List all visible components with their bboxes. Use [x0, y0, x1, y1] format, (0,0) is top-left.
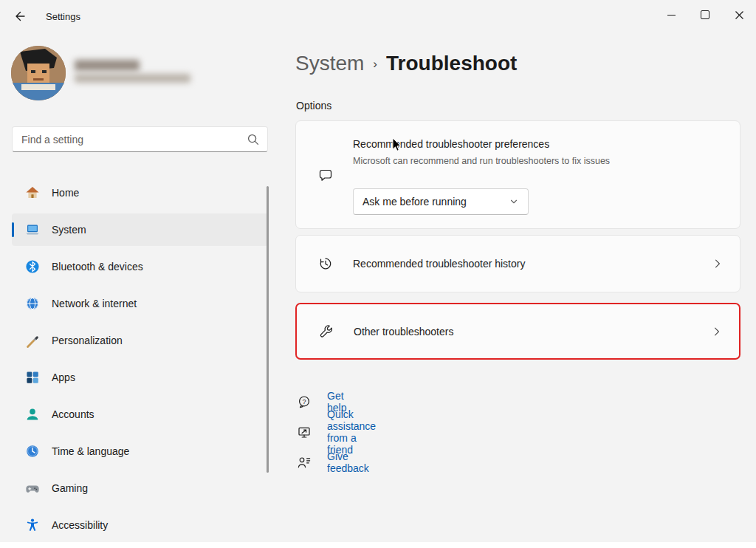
- give-feedback-icon: [297, 455, 312, 470]
- chevron-right-icon: [711, 326, 723, 338]
- personalization-icon: [25, 333, 40, 348]
- speech-bubble-icon: [318, 168, 333, 182]
- sidebar-item-label: Network & internet: [52, 298, 137, 309]
- profile-name-redacted: [75, 60, 140, 71]
- sidebar-item-label: Accounts: [52, 408, 94, 420]
- accounts-icon: [25, 407, 40, 422]
- back-button[interactable]: [7, 4, 32, 28]
- wrench-icon: [319, 324, 334, 339]
- troubleshooter-preference-dropdown[interactable]: Ask me before running: [353, 188, 529, 215]
- close-button[interactable]: [722, 0, 756, 30]
- sidebar-item-apps[interactable]: Apps: [12, 361, 269, 394]
- profile-email-redacted: [75, 74, 190, 83]
- sidebar-item-label: Time & language: [52, 445, 129, 457]
- history-icon: [318, 256, 333, 271]
- sidebar-nav: Home System Bluetooth & devices: [0, 177, 278, 546]
- mouse-cursor: [389, 137, 405, 153]
- sidebar-item-label: Gaming: [52, 482, 88, 494]
- maximize-icon: [701, 10, 709, 19]
- give-feedback-label: Give feedback: [327, 451, 369, 474]
- sidebar-item-accessibility[interactable]: Accessibility: [12, 509, 269, 541]
- window-title: Settings: [46, 11, 80, 22]
- sidebar-item-label: Bluetooth & devices: [52, 261, 143, 273]
- dropdown-value: Ask me before running: [362, 196, 467, 208]
- card-recommended-troubleshooter-preferences: Recommended troubleshooter preferences M…: [295, 120, 740, 229]
- sidebar-item-time-language[interactable]: Time & language: [12, 435, 269, 467]
- sidebar-item-label: System: [52, 224, 86, 236]
- search-icon: [246, 132, 261, 147]
- sidebar-item-home[interactable]: Home: [12, 177, 269, 209]
- time-language-icon: [25, 444, 40, 459]
- give-feedback-link[interactable]: Give feedback: [297, 454, 312, 470]
- window-controls: [654, 0, 756, 30]
- sidebar-item-bluetooth-devices[interactable]: Bluetooth & devices: [12, 250, 269, 283]
- sidebar-item-label: Personalization: [52, 335, 123, 346]
- card-title: Recommended troubleshooter preferences: [353, 138, 549, 150]
- sidebar-item-label: Home: [52, 187, 79, 199]
- breadcrumb-parent[interactable]: System: [295, 50, 364, 77]
- sidebar-item-label: Accessibility: [52, 519, 108, 531]
- apps-icon: [25, 370, 40, 385]
- card-subtitle: Microsoft can recommend and run troubles…: [353, 156, 610, 166]
- card-title: Recommended troubleshooter history: [353, 258, 525, 270]
- gaming-icon: [25, 481, 40, 496]
- bluetooth-icon: [25, 259, 40, 274]
- minimize-button[interactable]: [654, 0, 688, 30]
- system-icon: [25, 222, 40, 237]
- card-title: Other troubleshooters: [354, 326, 453, 338]
- accessibility-icon: [25, 518, 40, 532]
- sidebar-scrollbar[interactable]: [267, 186, 269, 473]
- bottom-strip: [0, 542, 756, 548]
- sidebar-item-network-internet[interactable]: Network & internet: [12, 287, 269, 320]
- sidebar-item-system[interactable]: System: [12, 213, 269, 246]
- network-icon: [25, 296, 40, 311]
- chevron-right-icon: [712, 258, 724, 270]
- titlebar: Settings: [0, 0, 756, 32]
- home-icon: [25, 185, 40, 200]
- quick-assistance-icon: [297, 425, 312, 439]
- settings-window: Settings: [0, 0, 756, 548]
- chevron-down-icon: [509, 196, 519, 207]
- get-help-icon: ?: [297, 394, 312, 409]
- sidebar-item-accounts[interactable]: Accounts: [12, 398, 269, 431]
- quick-assistance-label: Quick assistance from a friend: [327, 408, 376, 456]
- card-other-troubleshooters[interactable]: Other troubleshooters: [295, 303, 740, 360]
- card-recommended-troubleshooter-history[interactable]: Recommended troubleshooter history: [295, 235, 740, 292]
- search-box: [12, 126, 268, 152]
- svg-text:?: ?: [302, 398, 306, 405]
- quick-assistance-link[interactable]: Quick assistance from a friend: [297, 424, 312, 440]
- breadcrumb-separator-icon: ›: [373, 51, 377, 78]
- section-label-options: Options: [296, 100, 331, 112]
- maximize-button[interactable]: [688, 0, 722, 30]
- page-title: Troubleshoot: [386, 50, 517, 77]
- get-help-link[interactable]: ? Get help: [297, 394, 312, 410]
- minimize-icon: [667, 15, 676, 16]
- sidebar-item-gaming[interactable]: Gaming: [12, 472, 269, 504]
- breadcrumb: System › Troubleshoot: [295, 50, 517, 77]
- back-arrow-icon: [13, 10, 27, 23]
- sidebar-item-label: Apps: [52, 371, 75, 383]
- close-icon: [735, 10, 744, 20]
- sidebar-item-personalization[interactable]: Personalization: [12, 324, 269, 357]
- avatar: [11, 46, 66, 100]
- search-input[interactable]: [13, 127, 267, 151]
